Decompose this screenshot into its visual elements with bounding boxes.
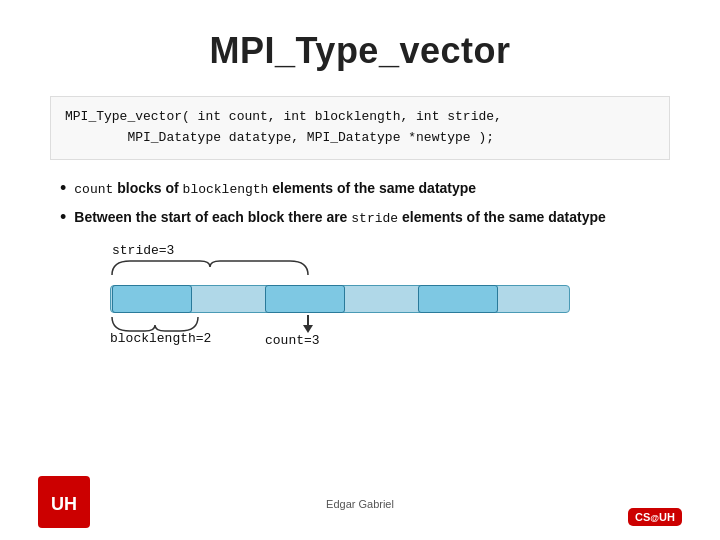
- bullet-dot-2: •: [60, 207, 66, 229]
- list-item: • Between the start of each block there …: [60, 207, 670, 229]
- bar-container: [110, 285, 570, 313]
- code-block: MPI_Type_vector( int count, int blocklen…: [50, 96, 670, 160]
- bullet-2-text: Between the start of each block there ar…: [74, 207, 606, 229]
- count-arrow: [303, 315, 313, 333]
- bullet-2-bold1: Between the start of each block there ar…: [74, 209, 351, 225]
- block-segment-2: [265, 285, 345, 313]
- block-segment-3: [418, 285, 498, 313]
- bullet-dot-1: •: [60, 178, 66, 200]
- stride-label: stride=3: [112, 243, 174, 258]
- bullet-1-bold2: elements of the same datatype: [272, 180, 476, 196]
- footer-author: Edgar Gabriel: [326, 498, 394, 510]
- stride-mono: stride: [351, 211, 398, 226]
- csuh-logo-text: CS@UH: [635, 511, 675, 523]
- blocklength-mono: blocklength: [183, 182, 269, 197]
- bullet-list: • count blocks of blocklength elements o…: [50, 178, 670, 229]
- code-line2: MPI_Datatype datatype, MPI_Datatype *new…: [65, 130, 494, 145]
- csuh-logo: CS@UH: [628, 508, 682, 526]
- count-mono: count: [74, 182, 113, 197]
- code-line1: MPI_Type_vector( int count, int blocklen…: [65, 109, 502, 124]
- bullet-1-bold: blocks of: [117, 180, 182, 196]
- block-segment-1: [112, 285, 192, 313]
- bullet-1-text: count blocks of blocklength elements of …: [74, 178, 476, 200]
- svg-text:UH: UH: [51, 494, 77, 514]
- diagram: stride=3 blocklength=2 count=3: [110, 243, 610, 373]
- bullet-2-bold2: elements of the same datatype: [402, 209, 606, 225]
- list-item: • count blocks of blocklength elements o…: [60, 178, 670, 200]
- slide: MPI_Type_vector MPI_Type_vector( int cou…: [0, 0, 720, 540]
- uh-logo: UH: [38, 476, 90, 528]
- count-label: count=3: [265, 333, 320, 348]
- blocklength-label: blocklength=2: [110, 331, 211, 346]
- stride-brace-svg: [110, 257, 310, 277]
- page-title: MPI_Type_vector: [50, 30, 670, 72]
